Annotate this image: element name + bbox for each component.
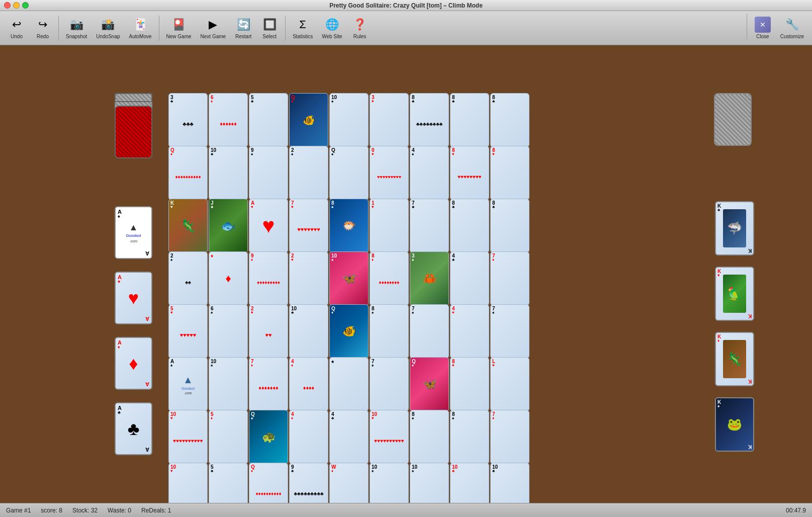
game-number: Game #1 [6,507,31,514]
king-hearts-photo-card[interactable]: K ♥ 🦜 K [715,267,754,321]
king-diamonds-photo-card[interactable]: K ♦ 🦎 K [715,332,754,386]
card-r4-4[interactable]: 2 ♥ [289,251,328,306]
card-r2-2[interactable]: 10 ♣ [209,146,248,200]
card-r1-2[interactable]: 6 ♦ ♦♦♦♦♦♦ [209,93,248,147]
card-r4-5-butterfly[interactable]: 10 ♠ 🦋 [329,251,369,306]
card-r3-4[interactable]: 7 ♥ ♥♥♥♥♥♥♥ [289,199,328,253]
card-c9-5[interactable]: 7 ♠ [490,304,529,359]
card-r5-6[interactable]: 8 ♠ [370,304,409,359]
card-r6-3[interactable]: 7 ♦ ♦♦♦♦♦♦♦ [249,357,288,411]
card-r1-8[interactable]: 8 ♣ [450,93,489,147]
customize-button[interactable]: 🔧 Customize [776,14,808,43]
customize-icon: 🔧 [784,17,800,33]
card-r3-7[interactable]: 7 ♣ [410,199,449,253]
card-c9-2[interactable]: 8 ♥ [490,146,529,200]
card-r7-3-turtle[interactable]: Q ♠ 🐢 [249,410,288,464]
undosnap-icon: 📸 [100,17,116,33]
card-r1-3[interactable]: 5 ♣ [249,93,288,147]
close-button[interactable]: ✕ Close [750,14,775,43]
close-window-button[interactable] [4,2,11,9]
card-r4-1[interactable]: 2 ♠ ♠♠ [168,251,208,306]
automove-button[interactable]: 🃏 AutoMove [125,14,156,43]
card-r7-2[interactable]: 5 ♦ [209,410,248,464]
redo-icon: ↪ [35,17,51,33]
card-r6-2[interactable]: 10 ♠ [209,357,248,411]
card-r2-3[interactable]: 9 ♠ [249,146,288,200]
card-r6-5[interactable]: ♠ [329,357,369,411]
undo-button[interactable]: ↩ Undo [4,14,29,43]
card-r1-4-photo[interactable]: Q ♦ 🐠 [289,93,328,147]
card-r4-8[interactable]: 4 ♣ [450,251,489,306]
card-r6-1[interactable]: A ♠ ▲ Goodsol .com [168,357,208,411]
card-r3-2-fish[interactable]: J ♣ 🐟 [209,199,248,253]
card-r2-1[interactable]: Q ♦ ♦♦♦♦♦♦♦♦♦♦ [168,146,208,200]
ace-clubs-card[interactable]: A ♣ ♣ A [115,402,152,455]
king-clubs-photo-card[interactable]: K ♣ 🦈 K [715,201,754,255]
rules-button[interactable]: ❓ Rules [347,14,373,43]
card-r5-5-fish[interactable]: Q ♦ 🐠 [329,304,369,359]
card-r1-7[interactable]: 8 ♣ ♣♣♣♣♣♣♣♣ [410,93,449,147]
card-r6-7-butterfly2[interactable]: Q ♦ 🦋 [410,357,449,411]
card-r3-3-heart[interactable]: A ♥ ♥ [249,199,288,253]
top-right-deck [714,93,752,146]
card-r6-4[interactable]: 4 ♦ ♦♦♦♦ [289,357,328,411]
card-r4-7-crab[interactable]: 3 ♠ 🦀 [410,251,449,306]
card-r2-8[interactable]: 8 ♥ ♥♥♥♥♥♥♥♥ [450,146,489,200]
card-r3-5-fish[interactable]: 8 ♠ 🐡 [329,199,369,253]
select-button[interactable]: 🔲 Select [257,14,282,43]
card-c9-7[interactable]: 7 ♦ [490,410,529,464]
card-r5-7[interactable]: 7 ♠ [410,304,449,359]
window-controls[interactable] [4,2,29,9]
minimize-window-button[interactable] [13,2,20,9]
newgame-button[interactable]: 🎴 New Game [162,14,196,43]
card-r7-8[interactable]: 8 ♠ [450,410,489,464]
card-r5-3[interactable]: 2 ♥ ♥♥ [249,304,288,359]
undosnap-button[interactable]: 📸 UndoSnap [92,14,124,43]
card-r5-2[interactable]: 6 ♠ [209,304,248,359]
stock-count: Stock: 32 [72,507,98,514]
card-r6-8[interactable]: 8 ♥ [450,357,489,411]
statistics-icon: Σ [295,17,311,33]
restart-button[interactable]: 🔄 Restart [231,14,256,43]
website-button[interactable]: 🌐 Web Site [318,14,346,43]
ace-hearts-card[interactable]: A ♥ ♥ A [115,272,152,324]
card-r5-4[interactable]: 10 ♣ [289,304,328,359]
statistics-button[interactable]: Σ Statistics [289,14,317,43]
ace-diamonds-card[interactable]: A ♦ ♦ A [115,337,152,390]
newgame-icon: 🎴 [171,17,187,33]
ace-spades-card[interactable]: A ♠ ▲ Goodsol .com A [115,206,152,259]
card-r7-5[interactable]: 4 ♣ [329,410,369,464]
card-r1-5[interactable]: 10 ♠ [329,93,369,147]
card-r1-6[interactable]: 3 ♥ [370,93,409,147]
card-r7-4[interactable]: 4 ♦ [289,410,328,464]
card-r4-6[interactable]: 8 ♦ ♦♦♦♦♦♦♦♦ [370,251,409,306]
card-r2-6[interactable]: 0 ♥ ♥♥♥♥♥♥♥♥♥ [370,146,409,200]
card-r5-1[interactable]: 5 ♥ ♥♥♥♥♥ [168,304,208,359]
card-r7-1[interactable]: 10 ♥ ♥♥♥♥♥♥♥♥♥♥ [168,410,208,464]
card-r4-3[interactable]: 9 ♦ ♦♦♦♦♦♦♦♦♦ [249,251,288,306]
stock-pile-red[interactable] [115,106,152,158]
toolbar-separator-4 [747,14,747,39]
card-c9-3[interactable]: 8 ♣ [490,199,529,253]
card-r3-8[interactable]: 8 ♣ [450,199,489,253]
card-r3-6[interactable]: 1 ♥ [370,199,409,253]
nextgame-button[interactable]: ▶ Next Game [197,14,230,43]
card-r6-6[interactable]: 7 ♠ [370,357,409,411]
redo-button[interactable]: ↪ Redo [30,14,55,43]
card-r2-7[interactable]: 4 ♠ [410,146,449,200]
card-r3-1-iguana[interactable]: K ♥ 🦎 [168,199,208,253]
timer: 00:47.9 [786,507,806,514]
card-r7-7[interactable]: 8 ♠ [410,410,449,464]
card-c9-1[interactable]: 8 ♣ [490,93,529,147]
maximize-window-button[interactable] [22,2,29,9]
card-r4-2[interactable]: ♦ ♦ [209,251,248,306]
card-c9-6[interactable]: L ♥ [490,357,529,411]
card-r1-1[interactable]: 3 ♣ ♣♣♣ [168,93,208,147]
card-r7-6[interactable]: 10 ♥ ♥♥♥♥♥♥♥♥♥♥ [370,410,409,464]
card-r2-5[interactable]: Q ♠ [329,146,369,200]
card-r5-8[interactable]: 4 ♥ [450,304,489,359]
card-c9-4[interactable]: 7 ♦ [490,251,529,306]
card-r2-4[interactable]: 2 ♠ [289,146,328,200]
snapshot-button[interactable]: 📷 Snapshot [62,14,91,43]
king-spades-photo-card[interactable]: K ♠ 🐸 K [715,397,754,452]
